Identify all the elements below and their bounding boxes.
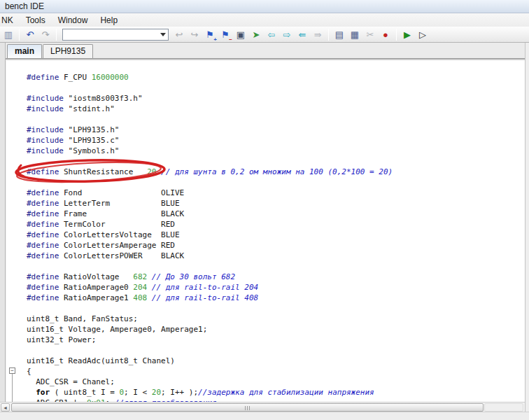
debug-without-download-icon[interactable]: ▷ — [416, 28, 430, 41]
code-line: #define ColorLettersPOWER BLACK — [27, 251, 393, 261]
window-title: bench IDE — [0, 1, 44, 11]
code-line — [27, 62, 393, 72]
horizontal-scrollbar-track[interactable] — [484, 403, 523, 412]
navigate-forward-icon[interactable]: ↪ — [188, 28, 202, 41]
fold-collapse-icon[interactable]: − — [9, 368, 15, 374]
toolbar-separator — [396, 29, 397, 41]
menu-item-help[interactable]: Help — [94, 14, 124, 27]
toolbar-separator — [56, 29, 57, 41]
code-line — [27, 83, 393, 93]
code-line — [27, 261, 393, 272]
code-line: #define ColorLettersAmperage RED — [27, 240, 393, 251]
code-line: #define TermColor RED — [27, 219, 393, 230]
ide-window: bench IDE NKToolsWindowHelp ▥↶↷↩↪⚑+⚑−▣➤⇦… — [0, 0, 529, 420]
horizontal-scrollbar[interactable]: ◄ — [0, 402, 525, 412]
previous-file-icon[interactable]: ⇚ — [295, 28, 309, 41]
scroll-left-arrow-icon[interactable]: ◄ — [1, 403, 10, 412]
toolbar-separator — [19, 29, 20, 41]
code-line: #include "LPH9135.h" — [27, 125, 393, 135]
compile-icon[interactable]: ▤ — [332, 28, 346, 41]
code-line: #define ShuntResistance 20 // для шунта … — [27, 167, 393, 177]
go-to-definition-icon[interactable]: ➤ — [249, 28, 263, 41]
title-bar[interactable]: bench IDE — [0, 0, 529, 13]
find-in-files-icon[interactable]: ▣ — [234, 28, 248, 41]
combobox-dropdown-icon[interactable] — [160, 33, 166, 36]
code-line: #define ColorLettersVoltage BLUE — [27, 230, 393, 240]
code-line: uint16_t Voltage, Amperage0, Amperage1; — [27, 324, 393, 335]
redo-icon[interactable]: ↷ — [38, 28, 52, 41]
code-line: #define F_CPU 16000000 — [27, 72, 393, 83]
left-panel-edge — [0, 43, 6, 412]
code-line: { — [27, 366, 393, 377]
undo-icon[interactable]: ↶ — [23, 28, 37, 41]
next-bookmark-icon-badge: − — [229, 36, 232, 43]
code-area: #define F_CPU 16000000 #include "iostm8s… — [27, 62, 393, 402]
code-line: for ( uint8_t I = 0; I < 20; I++ );//зад… — [27, 387, 393, 398]
menu-item-window[interactable]: Window — [52, 14, 94, 27]
code-line: #include "Symbols.h" — [27, 146, 393, 156]
editor-tab-bar: mainLPH9135 — [0, 43, 525, 59]
tab-main[interactable]: main — [7, 44, 42, 58]
previous-error-icon[interactable]: ⇦ — [264, 28, 278, 41]
code-line: #define RatioAmperage0 204 // для rail-t… — [27, 282, 393, 293]
code-line: #include "iostm8s003f3.h" — [27, 93, 393, 104]
fold-scope-line — [12, 374, 13, 402]
code-line: #define RatioAmperage1 408 // для rail-t… — [27, 293, 393, 303]
code-line — [27, 345, 393, 356]
next-error-icon[interactable]: ⇨ — [280, 28, 294, 41]
code-line — [27, 156, 393, 167]
stop-build-icon[interactable]: ✂ — [363, 28, 377, 41]
menu-bar: NKToolsWindowHelp — [0, 13, 529, 27]
code-line: #include "stdint.h" — [27, 104, 393, 114]
navigate-backward-icon[interactable]: ↩ — [172, 28, 186, 41]
cropped-tool-icon[interactable]: ▥ — [1, 28, 15, 41]
code-line — [27, 177, 393, 188]
symbol-combobox[interactable] — [62, 29, 169, 41]
download-debug-icon[interactable]: ▶ — [400, 28, 414, 41]
window-right-edge — [525, 43, 529, 412]
horizontal-scrollbar-thumb[interactable] — [11, 403, 484, 412]
make-icon[interactable]: ▦ — [348, 28, 362, 41]
code-line: #define RatioVoltage 682 // До 30 вольт … — [27, 272, 393, 282]
toolbar: ▥↶↷↩↪⚑+⚑−▣➤⇦⇨⇚⇛▤▦✂●▶▷ — [0, 27, 529, 43]
toggle-bookmark-icon-badge: + — [213, 36, 217, 43]
toolbar-separator — [328, 29, 329, 41]
scrollbar-grip-icon — [245, 406, 251, 410]
code-line: uint32_t Power; — [27, 335, 393, 345]
code-line: #define LetterTerm BLUE — [27, 198, 393, 209]
code-line: #define Fond OLIVE — [27, 188, 393, 198]
code-line — [27, 303, 393, 314]
menu-item-nk[interactable]: NK — [0, 14, 20, 27]
tab-lph9135[interactable]: LPH9135 — [43, 44, 93, 58]
code-line: uint16_t ReadAdc(uint8_t Chanel) — [27, 356, 393, 366]
menu-item-tools[interactable]: Tools — [20, 14, 52, 27]
code-line: uint8_t Band, FanStatus; — [27, 314, 393, 324]
code-line: #define Frame BLACK — [27, 209, 393, 219]
code-line: #include "LPH9135.c" — [27, 135, 393, 146]
next-bookmark-icon[interactable]: ⚑− — [218, 28, 232, 41]
code-editor-surface[interactable]: − #define F_CPU 16000000 #include "iostm… — [6, 61, 525, 402]
window-bottom-edge — [0, 412, 529, 420]
code-line — [27, 114, 393, 125]
toggle-breakpoint-icon[interactable]: ● — [379, 28, 393, 41]
code-line: ADC_CSR = Chanel; — [27, 377, 393, 387]
next-file-icon[interactable]: ⇛ — [311, 28, 325, 41]
toggle-bookmark-icon[interactable]: ⚑+ — [203, 28, 217, 41]
